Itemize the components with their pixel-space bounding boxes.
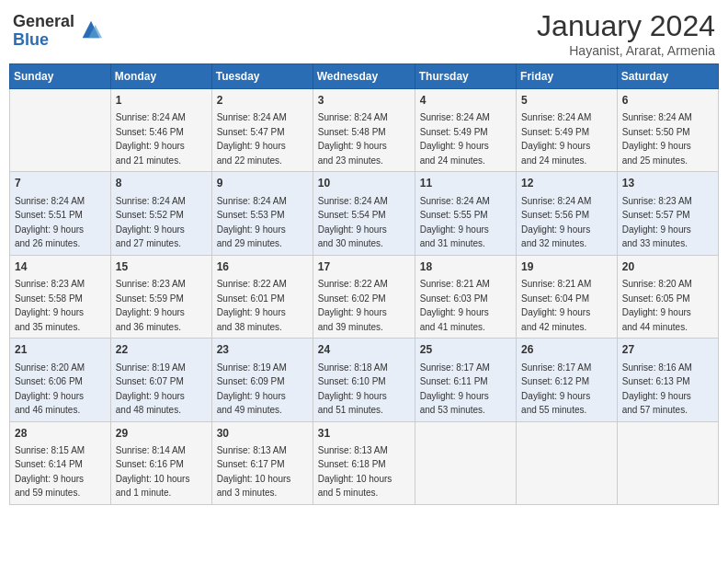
calendar-cell: 25Sunrise: 8:17 AM Sunset: 6:11 PM Dayli…: [415, 339, 516, 421]
month-title: January 2024: [537, 9, 715, 43]
calendar-cell: 15Sunrise: 8:23 AM Sunset: 5:59 PM Dayli…: [110, 255, 211, 338]
calendar-cell: 11Sunrise: 8:24 AM Sunset: 5:55 PM Dayli…: [415, 172, 516, 255]
day-info: Sunrise: 8:17 AM Sunset: 6:12 PM Dayligh…: [521, 362, 591, 416]
day-info: Sunrise: 8:24 AM Sunset: 5:56 PM Dayligh…: [521, 196, 591, 249]
calendar-cell: 31Sunrise: 8:13 AM Sunset: 6:18 PM Dayli…: [313, 421, 415, 504]
day-number: 15: [116, 259, 207, 275]
day-number: 8: [116, 176, 207, 191]
day-info: Sunrise: 8:24 AM Sunset: 5:54 PM Dayligh…: [318, 196, 388, 249]
day-info: Sunrise: 8:14 AM Sunset: 6:16 PM Dayligh…: [116, 445, 190, 499]
day-info: Sunrise: 8:23 AM Sunset: 5:57 PM Dayligh…: [622, 196, 692, 249]
day-info: Sunrise: 8:23 AM Sunset: 5:59 PM Dayligh…: [116, 279, 186, 332]
day-number: 26: [521, 342, 612, 358]
day-info: Sunrise: 8:24 AM Sunset: 5:51 PM Dayligh…: [15, 196, 85, 249]
day-number: 18: [420, 259, 511, 275]
weekday-header-sunday: Sunday: [10, 64, 111, 89]
day-info: Sunrise: 8:24 AM Sunset: 5:53 PM Dayligh…: [217, 196, 287, 249]
day-number: 10: [318, 176, 410, 191]
calendar-cell: 16Sunrise: 8:22 AM Sunset: 6:01 PM Dayli…: [211, 255, 313, 338]
calendar-cell: 8Sunrise: 8:24 AM Sunset: 5:52 PM Daylig…: [110, 172, 211, 255]
day-number: 14: [15, 259, 106, 275]
calendar-cell: 10Sunrise: 8:24 AM Sunset: 5:54 PM Dayli…: [313, 172, 415, 255]
calendar-cell: 22Sunrise: 8:19 AM Sunset: 6:07 PM Dayli…: [110, 339, 211, 421]
calendar-week-5: 28Sunrise: 8:15 AM Sunset: 6:14 PM Dayli…: [10, 421, 719, 504]
title-area: January 2024 Hayanist, Ararat, Armenia: [537, 9, 715, 58]
day-number: 25: [420, 342, 511, 358]
calendar-week-2: 7Sunrise: 8:24 AM Sunset: 5:51 PM Daylig…: [10, 172, 719, 255]
calendar-cell: 1Sunrise: 8:24 AM Sunset: 5:46 PM Daylig…: [110, 89, 211, 172]
day-info: Sunrise: 8:24 AM Sunset: 5:49 PM Dayligh…: [420, 112, 490, 166]
day-number: 9: [217, 176, 308, 191]
day-number: 30: [217, 426, 308, 442]
calendar-week-1: 1Sunrise: 8:24 AM Sunset: 5:46 PM Daylig…: [10, 89, 719, 172]
day-info: Sunrise: 8:17 AM Sunset: 6:11 PM Dayligh…: [420, 362, 490, 416]
calendar-cell: [617, 421, 718, 504]
day-number: 17: [318, 259, 410, 275]
day-info: Sunrise: 8:21 AM Sunset: 6:03 PM Dayligh…: [420, 279, 490, 332]
calendar-cell: 23Sunrise: 8:19 AM Sunset: 6:09 PM Dayli…: [211, 339, 313, 421]
calendar-cell: 3Sunrise: 8:24 AM Sunset: 5:48 PM Daylig…: [313, 89, 415, 172]
day-number: 20: [622, 259, 713, 275]
day-number: 28: [15, 426, 106, 442]
weekday-header-tuesday: Tuesday: [211, 64, 313, 89]
calendar-cell: [517, 421, 618, 504]
day-number: 21: [15, 342, 106, 358]
day-info: Sunrise: 8:19 AM Sunset: 6:09 PM Dayligh…: [217, 362, 287, 416]
day-number: 4: [420, 93, 511, 109]
page-header: General Blue January 2024 Hayanist, Arar…: [9, 9, 719, 58]
calendar-cell: 19Sunrise: 8:21 AM Sunset: 6:04 PM Dayli…: [517, 255, 618, 338]
logo-icon: [78, 17, 104, 42]
day-info: Sunrise: 8:16 AM Sunset: 6:13 PM Dayligh…: [622, 362, 692, 416]
day-number: 12: [521, 176, 612, 191]
day-number: 19: [521, 259, 612, 275]
weekday-header-friday: Friday: [517, 64, 618, 89]
calendar-week-3: 14Sunrise: 8:23 AM Sunset: 5:58 PM Dayli…: [10, 255, 719, 338]
calendar-cell: 7Sunrise: 8:24 AM Sunset: 5:51 PM Daylig…: [10, 172, 111, 255]
calendar-cell: 29Sunrise: 8:14 AM Sunset: 6:16 PM Dayli…: [110, 421, 211, 504]
day-number: 31: [318, 426, 410, 442]
day-info: Sunrise: 8:24 AM Sunset: 5:50 PM Dayligh…: [622, 112, 692, 166]
weekday-header-wednesday: Wednesday: [313, 64, 415, 89]
day-number: 22: [116, 342, 207, 358]
weekday-header-monday: Monday: [110, 64, 211, 89]
day-info: Sunrise: 8:24 AM Sunset: 5:47 PM Dayligh…: [217, 112, 287, 166]
day-info: Sunrise: 8:24 AM Sunset: 5:46 PM Dayligh…: [116, 112, 186, 166]
calendar-cell: 17Sunrise: 8:22 AM Sunset: 6:02 PM Dayli…: [313, 255, 415, 338]
calendar-cell: 21Sunrise: 8:20 AM Sunset: 6:06 PM Dayli…: [10, 339, 111, 421]
day-number: 29: [116, 426, 207, 442]
day-info: Sunrise: 8:13 AM Sunset: 6:18 PM Dayligh…: [318, 445, 392, 499]
logo-blue-text: Blue: [13, 31, 74, 50]
calendar-cell: 4Sunrise: 8:24 AM Sunset: 5:49 PM Daylig…: [415, 89, 516, 172]
day-info: Sunrise: 8:24 AM Sunset: 5:49 PM Dayligh…: [521, 112, 591, 166]
calendar-body: 1Sunrise: 8:24 AM Sunset: 5:46 PM Daylig…: [10, 89, 719, 505]
calendar-cell: 30Sunrise: 8:13 AM Sunset: 6:17 PM Dayli…: [211, 421, 313, 504]
calendar-cell: 24Sunrise: 8:18 AM Sunset: 6:10 PM Dayli…: [313, 339, 415, 421]
day-number: 6: [622, 93, 713, 109]
calendar-cell: 13Sunrise: 8:23 AM Sunset: 5:57 PM Dayli…: [617, 172, 718, 255]
calendar-cell: 14Sunrise: 8:23 AM Sunset: 5:58 PM Dayli…: [10, 255, 111, 338]
calendar-cell: 27Sunrise: 8:16 AM Sunset: 6:13 PM Dayli…: [617, 339, 718, 421]
calendar-cell: 6Sunrise: 8:24 AM Sunset: 5:50 PM Daylig…: [617, 89, 718, 172]
weekday-header-thursday: Thursday: [415, 64, 516, 89]
calendar-cell: 18Sunrise: 8:21 AM Sunset: 6:03 PM Dayli…: [415, 255, 516, 338]
calendar-cell: 2Sunrise: 8:24 AM Sunset: 5:47 PM Daylig…: [211, 89, 313, 172]
day-info: Sunrise: 8:13 AM Sunset: 6:17 PM Dayligh…: [217, 445, 291, 499]
logo: General Blue: [13, 13, 104, 50]
calendar-week-4: 21Sunrise: 8:20 AM Sunset: 6:06 PM Dayli…: [10, 339, 719, 421]
weekday-header-saturday: Saturday: [617, 64, 718, 89]
day-info: Sunrise: 8:20 AM Sunset: 6:06 PM Dayligh…: [15, 362, 85, 416]
location: Hayanist, Ararat, Armenia: [537, 43, 715, 58]
calendar-cell: 12Sunrise: 8:24 AM Sunset: 5:56 PM Dayli…: [517, 172, 618, 255]
logo-general-text: General: [13, 13, 74, 31]
day-info: Sunrise: 8:20 AM Sunset: 6:05 PM Dayligh…: [622, 279, 692, 332]
day-number: 23: [217, 342, 308, 358]
day-number: 1: [116, 93, 207, 109]
calendar-cell: 20Sunrise: 8:20 AM Sunset: 6:05 PM Dayli…: [617, 255, 718, 338]
day-info: Sunrise: 8:23 AM Sunset: 5:58 PM Dayligh…: [15, 279, 85, 332]
calendar-cell: [415, 421, 516, 504]
day-number: 2: [217, 93, 308, 109]
calendar-cell: 5Sunrise: 8:24 AM Sunset: 5:49 PM Daylig…: [517, 89, 618, 172]
calendar-header: SundayMondayTuesdayWednesdayThursdayFrid…: [10, 64, 719, 89]
day-number: 13: [622, 176, 713, 191]
day-info: Sunrise: 8:24 AM Sunset: 5:55 PM Dayligh…: [420, 196, 490, 249]
